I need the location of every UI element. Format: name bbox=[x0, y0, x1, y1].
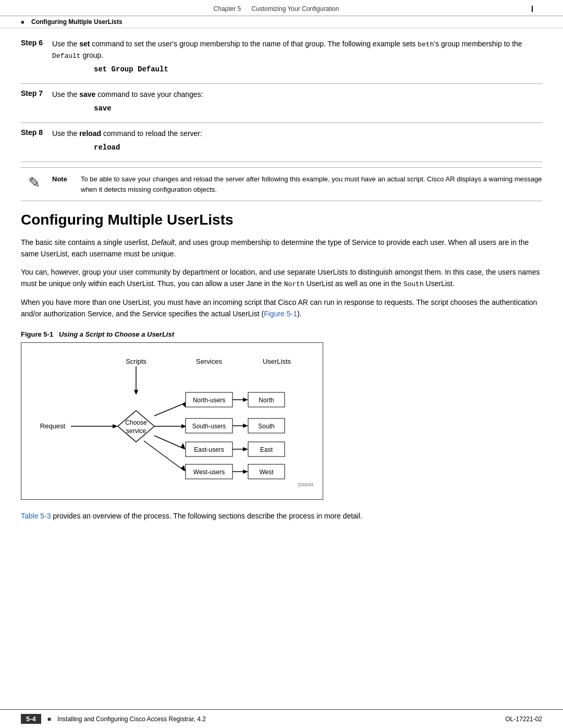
paragraph-1: The basic site contains a single userlis… bbox=[21, 237, 542, 260]
east-ul-text: East bbox=[260, 446, 273, 453]
step-8-label: Step 8 bbox=[21, 128, 52, 153]
east-users-text: East-users bbox=[194, 446, 224, 453]
divider-1 bbox=[21, 83, 542, 84]
west-to-ul-arrow bbox=[243, 470, 248, 474]
north-to-ul-arrow bbox=[243, 398, 248, 402]
figure-label: Figure 5-1 bbox=[21, 330, 59, 338]
figure-container: Figure 5-1 Using a Script to Choose a Us… bbox=[21, 330, 542, 500]
step-6-command: set Group Default bbox=[94, 64, 542, 75]
north-users-text: North-users bbox=[193, 397, 226, 404]
paragraph-2: You can, however, group your user commun… bbox=[21, 266, 542, 290]
scripts-arrow bbox=[134, 390, 138, 395]
step-8-row: Step 8 Use the reload command to reload … bbox=[21, 128, 542, 153]
south-users-text: South-users bbox=[192, 423, 226, 430]
choose-diamond bbox=[118, 411, 154, 442]
diagram-box: Scripts Services UserLists Choose servic… bbox=[21, 342, 323, 500]
page-footer: 5-4 ■ Installing and Configuring Cisco A… bbox=[0, 709, 563, 728]
diagram-svg: Scripts Services UserLists Choose servic… bbox=[32, 353, 319, 489]
figure-caption: Figure 5-1 Using a Script to Choose a Us… bbox=[21, 330, 542, 338]
scripts-label: Scripts bbox=[126, 357, 146, 365]
request-arrow bbox=[113, 424, 118, 428]
south-ul-text: South bbox=[258, 423, 274, 430]
userlists-label: UserLists bbox=[263, 357, 291, 365]
figure-5-1-link[interactable]: Figure 5-1 bbox=[264, 310, 297, 318]
header-chapter-info: Chapter 5 Customizing Your Configuration bbox=[214, 5, 339, 13]
after-figure-text: provides an overview of the process. The… bbox=[53, 512, 362, 520]
footer-left: 5-4 ■ Installing and Configuring Cisco A… bbox=[21, 714, 206, 724]
step-6-body: Use the set command to set the user's gr… bbox=[52, 39, 542, 75]
divider-3 bbox=[21, 162, 542, 162]
step-7-body: Use the save command to save your change… bbox=[52, 89, 542, 114]
note-text: To be able to save your changes and relo… bbox=[81, 174, 542, 194]
service-label: service bbox=[126, 427, 146, 435]
step-6-row: Step 6 Use the set command to set the us… bbox=[21, 39, 542, 75]
east-to-ul-arrow bbox=[243, 447, 248, 451]
north-ul-text: North bbox=[259, 397, 274, 404]
choose-label: Choose bbox=[125, 419, 147, 426]
breadcrumb: ■ Configuring Multiple UserLists bbox=[0, 16, 563, 28]
step-6-label: Step 6 bbox=[21, 39, 52, 75]
note-label: Note bbox=[52, 174, 76, 183]
chapter-title: Customizing Your Configuration bbox=[251, 5, 339, 13]
step-8-body: Use the reload command to reload the ser… bbox=[52, 128, 542, 153]
arrow-to-west bbox=[144, 441, 184, 471]
breadcrumb-text: Configuring Multiple UserLists bbox=[31, 18, 123, 26]
west-arrow-head bbox=[181, 465, 186, 472]
step-8-command: reload bbox=[94, 142, 542, 153]
paragraph-3: When you have more than one UserList, yo… bbox=[21, 297, 542, 320]
divider-2 bbox=[21, 122, 542, 123]
step-7-command: save bbox=[94, 103, 542, 114]
step-7-label: Step 7 bbox=[21, 89, 52, 114]
services-label: Services bbox=[196, 357, 222, 365]
page-header: Chapter 5 Customizing Your Configuration bbox=[0, 0, 563, 16]
main-content: Step 6 Use the set command to set the us… bbox=[0, 28, 563, 570]
after-figure-para: Table 5-3 provides an overview of the pr… bbox=[21, 510, 542, 522]
footer-doc-id: OL-17221-02 bbox=[505, 715, 542, 723]
west-ul-text: West bbox=[259, 468, 274, 476]
pencil-icon: ✎ bbox=[28, 174, 40, 191]
south-to-ul-arrow bbox=[243, 424, 248, 428]
request-label: Request bbox=[40, 422, 66, 430]
west-users-text: West-users bbox=[193, 468, 225, 476]
section-heading: Configuring Multiple UserLists bbox=[21, 212, 542, 228]
table-5-3-link[interactable]: Table 5-3 bbox=[21, 512, 51, 520]
step-7-row: Step 7 Use the save command to save your… bbox=[21, 89, 542, 114]
note-icon-container: ✎ bbox=[21, 174, 47, 191]
chapter-num: Chapter 5 bbox=[214, 5, 241, 13]
figure-num-watermark: 220034 bbox=[298, 482, 313, 487]
footer-page-num: 5-4 bbox=[21, 714, 41, 724]
footer-doc-title: Installing and Configuring Cisco Access … bbox=[57, 715, 206, 723]
note-section: ✎ Note To be able to save your changes a… bbox=[21, 167, 542, 201]
arrow-to-north bbox=[154, 403, 186, 416]
header-divider-right bbox=[532, 6, 542, 12]
arrow-to-east bbox=[154, 436, 184, 449]
